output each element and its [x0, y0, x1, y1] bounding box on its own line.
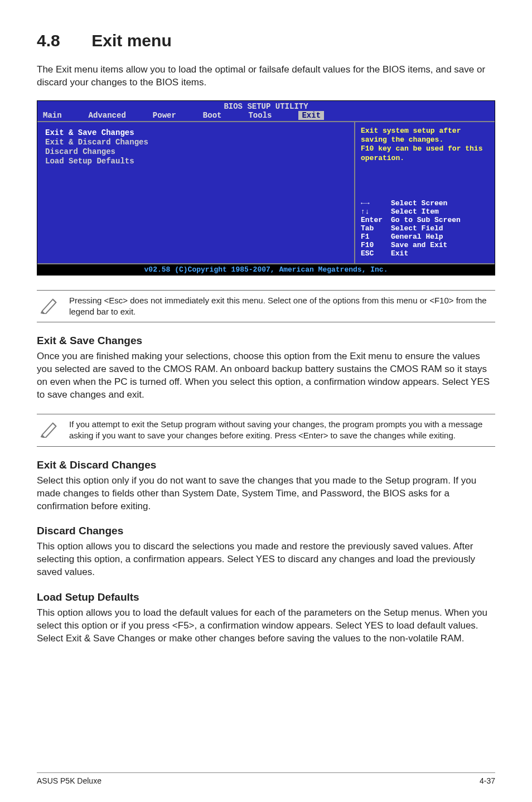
bios-screenshot: BIOS SETUP UTILITY Main Advanced Power B… [37, 100, 495, 276]
bios-help-line: F10 key can be used for this operation. [361, 144, 489, 163]
bios-item-exit-discard[interactable]: Exit & Discard Changes [45, 138, 346, 147]
bios-title: BIOS SETUP UTILITY [37, 101, 495, 111]
para-discard: This option allows you to discard the se… [37, 540, 495, 579]
page-title: 4.8 Exit menu [37, 31, 495, 50]
key-desc: Select Item [391, 207, 439, 216]
bios-tab-power[interactable]: Power [153, 111, 186, 120]
key-desc: Select Screen [391, 199, 447, 207]
bios-tab-exit[interactable]: Exit [298, 111, 324, 120]
heading-exit-save: Exit & Save Changes [37, 335, 495, 347]
bios-copyright: v02.58 (C)Copyright 1985-2007, American … [37, 263, 495, 275]
bios-tabs: Main Advanced Power Boot Tools Exit [37, 111, 495, 121]
key: ↑↓ [361, 207, 391, 216]
bios-menu-panel: Exit & Save Changes Exit & Discard Chang… [37, 122, 355, 263]
note-esc: Pressing <Esc> does not immediately exit… [37, 290, 495, 323]
key-desc: Select Field [391, 224, 443, 233]
para-defaults: This option allows you to load the defau… [37, 607, 495, 645]
key: Enter [361, 216, 391, 224]
bios-tab-main[interactable]: Main [43, 111, 72, 120]
key-desc: General Help [391, 233, 443, 241]
footer-page-number: 4-37 [480, 776, 495, 785]
key: ESC [361, 249, 391, 258]
key: Tab [361, 224, 391, 233]
section-number: 4.8 [37, 31, 87, 50]
section-title: Exit menu [91, 31, 171, 50]
para-exit-discard: Select this option only if you do not wa… [37, 475, 495, 513]
key: F1 [361, 233, 391, 241]
bios-help-text: Exit system setup after saving the chang… [361, 127, 489, 180]
heading-exit-discard: Exit & Discard Changes [37, 459, 495, 471]
bios-tab-tools[interactable]: Tools [248, 111, 282, 120]
bios-tab-advanced[interactable]: Advanced [89, 111, 136, 120]
heading-defaults: Load Setup Defaults [37, 591, 495, 603]
page-footer: ASUS P5K Deluxe 4-37 [37, 772, 495, 785]
bios-tab-boot[interactable]: Boot [203, 111, 232, 120]
bios-item-defaults[interactable]: Load Setup Defaults [45, 157, 346, 166]
bios-item-discard[interactable]: Discard Changes [45, 147, 346, 156]
para-exit-save: Once you are finished making your select… [37, 350, 495, 402]
pencil-icon [40, 419, 69, 440]
bios-work-area: Exit & Save Changes Exit & Discard Chang… [37, 121, 495, 263]
bios-help-panel: Exit system setup after saving the chang… [355, 122, 495, 263]
intro-paragraph: The Exit menu items allow you to load th… [37, 64, 495, 89]
key-desc: Exit [391, 249, 408, 258]
key: F10 [361, 241, 391, 249]
note-text: If you attempt to exit the Setup program… [69, 419, 492, 442]
key-desc: Go to Sub Screen [391, 216, 461, 224]
key-desc: Save and Exit [391, 241, 447, 249]
heading-discard: Discard Changes [37, 525, 495, 537]
footer-product: ASUS P5K Deluxe [37, 776, 101, 785]
bios-key-legend: ←→Select Screen ↑↓Select Item EnterGo to… [361, 199, 489, 258]
pencil-icon [40, 295, 69, 316]
bios-help-line: Exit system setup after saving the chang… [361, 127, 489, 145]
note-text: Pressing <Esc> does not immediately exit… [69, 295, 492, 318]
note-exit-warning: If you attempt to exit the Setup program… [37, 414, 495, 447]
bios-item-exit-save[interactable]: Exit & Save Changes [45, 128, 346, 137]
key: ←→ [361, 199, 391, 207]
